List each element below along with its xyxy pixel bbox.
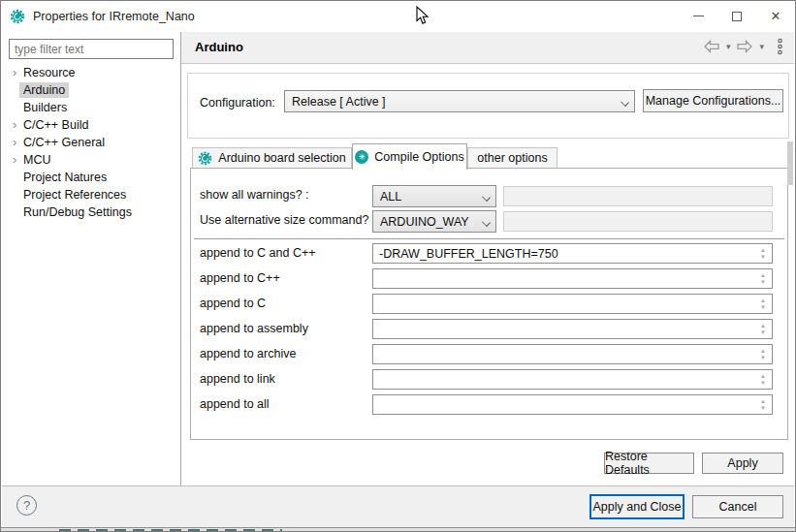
chevron-right-icon[interactable]: › xyxy=(2,138,19,147)
titlebar[interactable]: Properties for IRremote_Nano ✕ xyxy=(1,1,795,32)
tree-item-resource[interactable]: › Resource xyxy=(2,64,180,81)
apply-button[interactable]: Apply xyxy=(702,453,783,474)
append-c-cpp-field-wrap: ▲▼ xyxy=(372,243,773,264)
background-window-sliver xyxy=(1,527,795,531)
append-link-field-wrap: ▲▼ xyxy=(372,369,773,390)
append-link-label: append to link xyxy=(200,372,275,386)
append-c-cpp-label: append to C and C++ xyxy=(200,246,316,260)
scroll-arrows-icon[interactable]: ▲▼ xyxy=(756,269,770,288)
configuration-label: Configuration: xyxy=(200,96,275,110)
restore-defaults-button[interactable]: Restore Defaults xyxy=(604,453,694,474)
gear-icon xyxy=(198,151,212,166)
warnings-extra-field xyxy=(503,186,773,206)
scroll-arrows-icon[interactable]: ▲▼ xyxy=(756,395,770,414)
mouse-cursor xyxy=(416,6,430,25)
app-gear-icon xyxy=(10,9,25,24)
tree-item-arduino[interactable]: Arduino xyxy=(2,81,180,99)
back-history-caret-icon[interactable]: ▾ xyxy=(724,42,733,51)
tree-item-project-natures[interactable]: Project Natures xyxy=(2,169,180,186)
configuration-select[interactable]: Release [ Active ] xyxy=(284,90,635,112)
page-header: Arduino ▾ ▾ xyxy=(181,32,794,64)
view-menu-icon[interactable] xyxy=(776,38,784,55)
append-c-field-wrap: ▲▼ xyxy=(372,294,773,314)
main-panel: Arduino ▾ ▾ Configuration: Rel xyxy=(181,32,794,485)
scroll-arrows-icon[interactable]: ▲▼ xyxy=(756,295,770,313)
tree-item-run-debug-settings[interactable]: Run/Debug Settings xyxy=(2,203,180,221)
window-title: Properties for IRremote_Nano xyxy=(33,10,195,23)
sidebar: › Resource Arduino Builders › C/C++ Buil… xyxy=(2,32,180,485)
compile-icon: ✳ xyxy=(355,150,368,164)
append-cpp-field-wrap: ▲▼ xyxy=(372,268,773,289)
tree-item-builders[interactable]: Builders xyxy=(2,99,180,116)
scroll-arrows-icon[interactable]: ▲▼ xyxy=(756,370,770,389)
append-assembly-field-wrap: ▲▼ xyxy=(372,319,773,339)
tab-other-options[interactable]: other options xyxy=(467,147,557,169)
append-all-label: append to all xyxy=(200,397,270,411)
append-archive-field-wrap: ▲▼ xyxy=(372,344,773,364)
append-cpp-label: append to C++ xyxy=(200,271,280,285)
append-all-field-wrap: ▲▼ xyxy=(372,394,773,415)
chevron-down-icon xyxy=(621,98,629,107)
footer-bar: ? Apply and Close Cancel xyxy=(2,485,794,527)
tree-item-cpp-general[interactable]: › C/C++ General xyxy=(2,134,180,151)
minimize-button[interactable] xyxy=(679,1,717,31)
size-command-label: Use alternative size command? : xyxy=(200,213,375,227)
manage-configurations-button[interactable]: Manage Configurations... xyxy=(643,89,783,112)
chevron-down-icon xyxy=(482,218,491,227)
warnings-label: show all warnings? : xyxy=(200,188,309,202)
help-icon[interactable]: ? xyxy=(16,495,37,516)
scroll-arrows-icon[interactable]: ▲▼ xyxy=(756,320,770,338)
chevron-right-icon[interactable]: › xyxy=(2,68,19,78)
forward-history-caret-icon[interactable]: ▾ xyxy=(757,42,766,51)
warnings-select[interactable]: ALL xyxy=(372,185,496,207)
append-c-input[interactable] xyxy=(372,294,773,314)
size-command-extra-field xyxy=(503,211,773,232)
chevron-right-icon[interactable]: › xyxy=(2,120,19,130)
cancel-button[interactable]: Cancel xyxy=(692,495,783,518)
scroll-arrows-icon[interactable]: ▲▼ xyxy=(756,244,770,263)
close-icon: ✕ xyxy=(771,9,781,23)
append-link-input[interactable] xyxy=(372,369,773,390)
forward-icon[interactable] xyxy=(736,40,753,53)
apply-and-close-button[interactable]: Apply and Close xyxy=(589,494,685,519)
back-icon[interactable] xyxy=(703,40,720,53)
append-cpp-input[interactable] xyxy=(372,268,773,289)
append-assembly-label: append to assembly xyxy=(200,322,308,335)
tab-arduino-board-selection[interactable]: Arduino board selection xyxy=(192,147,352,169)
page-title: Arduino xyxy=(195,40,243,54)
chevron-right-icon[interactable]: › xyxy=(2,155,19,165)
chevron-down-icon xyxy=(482,193,491,202)
maximize-icon xyxy=(732,12,742,21)
scroll-arrows-icon[interactable]: ▲▼ xyxy=(756,345,770,363)
tree-item-mcu[interactable]: › MCU xyxy=(2,151,180,169)
properties-tree: › Resource Arduino Builders › C/C++ Buil… xyxy=(2,64,180,221)
append-assembly-input[interactable] xyxy=(372,319,773,339)
tab-compile-options[interactable]: ✳ Compile Options xyxy=(352,143,467,170)
vertical-scrollbar-thumb[interactable] xyxy=(787,141,793,185)
append-archive-input[interactable] xyxy=(372,344,773,364)
filter-input[interactable] xyxy=(9,39,174,59)
maximize-button[interactable] xyxy=(717,1,756,31)
size-command-select[interactable]: ARDUINO_WAY xyxy=(372,210,496,233)
section-separator xyxy=(194,238,784,239)
append-all-input[interactable] xyxy=(372,394,773,415)
tree-item-cpp-build[interactable]: › C/C++ Build xyxy=(2,116,180,134)
append-c-label: append to C xyxy=(200,297,266,310)
properties-dialog: Properties for IRremote_Nano ✕ › Resourc… xyxy=(0,0,796,532)
minimize-icon xyxy=(693,16,704,16)
close-button[interactable]: ✕ xyxy=(756,1,795,31)
tree-item-project-references[interactable]: Project References xyxy=(2,186,180,203)
append-archive-label: append to archive xyxy=(200,347,296,360)
append-c-cpp-input[interactable] xyxy=(372,243,773,264)
